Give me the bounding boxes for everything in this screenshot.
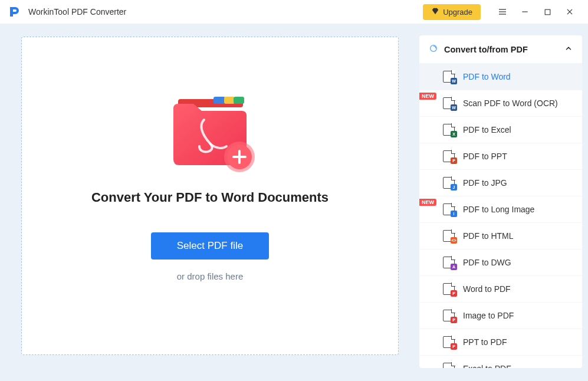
filetype-icon: I	[443, 203, 455, 215]
sidebar-item-label: Word to PDF	[463, 284, 511, 294]
sidebar-item-label: Image to PDF	[463, 311, 514, 320]
filetype-icon: J	[443, 177, 455, 189]
filetype-icon: P	[443, 363, 455, 368]
upgrade-label: Upgrade	[443, 8, 472, 17]
new-badge: NEW	[419, 93, 436, 100]
filetype-icon: W	[443, 97, 455, 109]
sidebar-menu: WPDF to WordNEWWScan PDF to Word (OCR)XP…	[419, 63, 582, 368]
svg-rect-4	[234, 97, 244, 104]
sidebar-item-label: PDF to HTML	[463, 231, 514, 241]
sidebar-item[interactable]: NEWWScan PDF to Word (OCR)	[419, 90, 582, 116]
sidebar-item-label: PDF to Long Image	[463, 205, 534, 214]
diamond-icon	[431, 7, 439, 17]
sidebar-section-header[interactable]: Convert to/from PDF	[419, 35, 582, 63]
sidebar-item[interactable]: <>PDF to HTML	[419, 222, 582, 249]
headline: Convert Your PDF to Word Documents	[91, 190, 329, 205]
chevron-up-icon	[564, 44, 573, 54]
menu-button[interactable]	[491, 0, 514, 24]
filetype-icon: <>	[443, 230, 455, 242]
sidebar-item-label: PDF to Word	[463, 72, 511, 81]
sidebar-item[interactable]: PImage to PDF	[419, 302, 582, 329]
svg-rect-3	[224, 97, 235, 104]
sidebar-item-label: PPT to PDF	[463, 337, 507, 347]
refresh-icon	[429, 44, 438, 55]
sidebar: Convert to/from PDF WPDF to WordNEWWScan…	[419, 24, 588, 381]
app-title: WorkinTool PDF Converter	[28, 7, 423, 17]
sidebar-item[interactable]: XPDF to Excel	[419, 116, 582, 143]
filetype-icon: P	[443, 336, 455, 348]
sidebar-item[interactable]: JPDF to JPG	[419, 169, 582, 196]
sidebar-section-title: Convert to/from PDF	[444, 45, 559, 54]
sidebar-item-label: PDF to DWG	[463, 258, 511, 267]
filetype-icon: P	[443, 283, 455, 295]
drop-hint: or drop files here	[177, 271, 244, 281]
svg-rect-2	[213, 97, 225, 104]
close-button[interactable]	[559, 0, 581, 24]
sidebar-item-label: PDF to PPT	[463, 152, 507, 161]
sidebar-item-label: Excel to PDF	[463, 364, 511, 368]
filetype-icon: W	[443, 71, 455, 83]
sidebar-item[interactable]: APDF to DWG	[419, 249, 582, 275]
folder-pdf-icon	[157, 87, 263, 176]
new-badge: NEW	[419, 199, 436, 206]
sidebar-item-label: Scan PDF to Word (OCR)	[463, 98, 558, 108]
sidebar-item[interactable]: PExcel to PDF	[419, 355, 582, 368]
filetype-icon: X	[443, 124, 455, 136]
filetype-icon: A	[443, 257, 455, 268]
main-pane: Convert Your PDF to Word Documents Selec…	[0, 24, 419, 381]
minimize-button[interactable]	[514, 0, 536, 24]
upgrade-button[interactable]: Upgrade	[423, 4, 481, 20]
dropzone[interactable]: Convert Your PDF to Word Documents Selec…	[21, 37, 399, 355]
sidebar-item[interactable]: WPDF to Word	[419, 63, 582, 90]
sidebar-item[interactable]: PPPT to PDF	[419, 329, 582, 355]
select-file-button[interactable]: Select PDF file	[151, 232, 269, 260]
maximize-button[interactable]	[536, 0, 559, 24]
sidebar-item-label: PDF to Excel	[463, 125, 511, 134]
sidebar-item-label: PDF to JPG	[463, 178, 507, 188]
sidebar-panel: Convert to/from PDF WPDF to WordNEWWScan…	[419, 35, 582, 368]
filetype-icon: P	[443, 150, 455, 162]
filetype-icon: P	[443, 310, 455, 321]
sidebar-item[interactable]: PPDF to PPT	[419, 143, 582, 169]
body: Convert Your PDF to Word Documents Selec…	[0, 24, 588, 381]
sidebar-item[interactable]: NEWIPDF to Long Image	[419, 196, 582, 222]
sidebar-item[interactable]: PWord to PDF	[419, 275, 582, 302]
app-logo-icon	[7, 4, 22, 19]
svg-rect-0	[545, 9, 550, 15]
titlebar: WorkinTool PDF Converter Upgrade	[0, 0, 588, 24]
